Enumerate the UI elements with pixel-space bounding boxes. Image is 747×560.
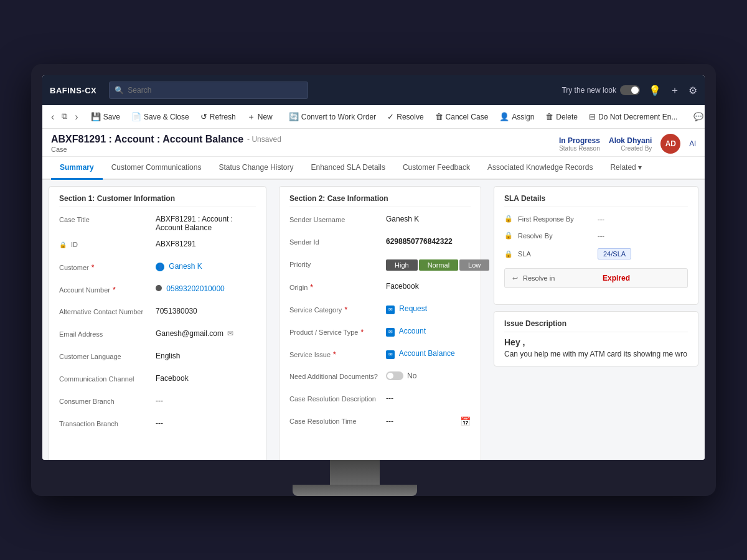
account-number-value[interactable]: 05893202010000 <box>156 284 256 293</box>
tab-enhanced-sla[interactable]: Enhanced SLA Details <box>302 157 393 180</box>
product-service-value[interactable]: ✉ Account <box>386 327 471 337</box>
new-button[interactable]: ＋ New <box>242 109 278 125</box>
service-category-label: Service Category * <box>289 304 386 314</box>
tab-customer-communications[interactable]: Customer Communications <box>103 157 210 180</box>
origin-row: Origin * Facebook <box>289 282 471 297</box>
settings-icon[interactable]: ⚙ <box>688 85 697 96</box>
priority-normal-button[interactable]: Normal <box>419 259 458 271</box>
language-label: Customer Language <box>59 352 156 360</box>
tab-related[interactable]: Related ▾ <box>601 157 651 180</box>
service-issue-value[interactable]: ✉ Account Balance <box>386 349 471 359</box>
tab-customer-feedback[interactable]: Customer Feedback <box>394 157 479 180</box>
account-icon: ✉ <box>386 328 395 337</box>
search-bar[interactable]: 🔍 <box>109 82 308 99</box>
search-icon: 🔍 <box>115 86 124 95</box>
comm-channel-row: Communication Channel Facebook <box>59 374 256 389</box>
sender-username-row: Sender Username Ganesh K <box>289 215 471 230</box>
transaction-branch-row: Transaction Branch --- <box>59 419 256 434</box>
account-number-label: Account Number * <box>59 284 156 294</box>
email-action-icon[interactable]: ✉ <box>227 329 233 338</box>
service-category-value[interactable]: ✉ Request <box>386 304 471 314</box>
calendar-icon[interactable]: 📅 <box>460 416 471 426</box>
case-resolution-desc-value: --- <box>386 394 471 403</box>
priority-low-button[interactable]: Low <box>459 259 489 271</box>
lightbulb-icon[interactable]: 💡 <box>649 85 661 96</box>
service-issue-row: Service Issue * ✉ Account Balance <box>289 349 471 364</box>
stand-base <box>293 485 417 496</box>
priority-value: High Normal Low <box>386 259 489 271</box>
add-icon[interactable]: ＋ <box>670 84 680 97</box>
cancel-case-button[interactable]: 🗑 Cancel Case <box>430 110 494 124</box>
assign-button[interactable]: 👤 Assign <box>494 110 539 124</box>
lock-sla-icon-2: 🔒 <box>504 231 513 240</box>
sender-id-row: Sender Id 6298850776842322 <box>289 237 471 252</box>
sla-issue-panel: SLA Details 🔒 First Response By --- 🔒 Re… <box>487 180 705 460</box>
lock-sla-icon-1: 🔒 <box>504 215 513 223</box>
priority-row: Priority High Normal Low <box>289 259 471 274</box>
transaction-branch-value: --- <box>156 419 256 427</box>
comm-channel-label: Communication Channel <box>59 374 156 383</box>
try-new-toggle[interactable] <box>620 85 640 95</box>
status-block: In Progress Status Reason <box>559 136 600 152</box>
copy-icon[interactable]: ⧉ <box>59 110 70 124</box>
language-value: English <box>156 352 256 360</box>
sla-row: 🔒 SLA 24/SLA <box>504 248 688 259</box>
breadcrumb-title: ABXF81291 : Account : Account Balance - … <box>51 134 281 145</box>
comm-channel-value: Facebook <box>156 374 256 383</box>
try-new-label: Try the new look <box>561 85 640 95</box>
sla-title: SLA Details <box>504 194 688 207</box>
alt-contact-label: Alternative Contact Number <box>59 307 156 315</box>
collaborate-icon: 💬 <box>693 112 703 121</box>
case-title-row: Case Title ABXF81291 : Account : Account… <box>59 215 256 232</box>
case-title-value: ABXF81291 : Account : Account Balance <box>156 215 256 232</box>
tab-summary[interactable]: Summary <box>51 157 103 180</box>
origin-value: Facebook <box>386 282 471 291</box>
language-row: Customer Language English <box>59 352 256 366</box>
customer-value[interactable]: 👤 Ganesh K <box>156 262 256 271</box>
additional-docs-row: Need Additional Documents? No <box>289 371 471 386</box>
top-nav: BAFINS-CX 🔍 Try the new look 💡 ＋ ⚙ <box>42 75 705 105</box>
issue-body: Can you help me with my ATM card its sho… <box>504 350 688 358</box>
issue-greeting: Hey , <box>504 337 688 347</box>
delete-button[interactable]: 🗑 Delete <box>540 110 583 124</box>
resolve-button[interactable]: ✓ Resolve <box>382 110 428 124</box>
resolve-in-icon: ↩ <box>512 274 518 282</box>
new-icon: ＋ <box>247 111 255 123</box>
forward-button[interactable]: › <box>72 110 80 124</box>
save-button[interactable]: 💾 Save <box>86 110 125 124</box>
consumer-branch-value: --- <box>156 396 256 405</box>
section-2-panel: Section 2: Case Information Sender Usern… <box>273 180 487 460</box>
section-1-title: Section 1: Customer Information <box>59 194 256 207</box>
collaborate-button[interactable]: 💬 Collaborate <box>688 110 705 124</box>
tab-status-change-history[interactable]: Status Change History <box>210 157 302 180</box>
person-icon: 👤 <box>156 263 164 271</box>
user-overflow: Al <box>689 139 696 148</box>
convert-button[interactable]: 🔄 Convert to Work Order <box>284 110 381 124</box>
dot-icon <box>156 285 162 291</box>
product-service-label: Product / Service Type * <box>289 327 386 337</box>
id-label: 🔒 ID <box>59 240 156 248</box>
search-input[interactable] <box>128 86 303 95</box>
issue-text: Hey , Can you help me with my ATM card i… <box>504 337 688 358</box>
id-value: ABXF81291 <box>156 240 256 248</box>
resolve-by-row: 🔒 Resolve By --- <box>504 231 688 240</box>
transaction-branch-label: Transaction Branch <box>59 419 156 427</box>
customer-row: Customer * 👤 Ganesh K <box>59 262 256 277</box>
refresh-button[interactable]: ↺ Refresh <box>195 110 241 124</box>
additional-docs-label: Need Additional Documents? <box>289 371 386 380</box>
consumer-branch-label: Consumer Branch <box>59 396 156 405</box>
breadcrumb-bar: ABXF81291 : Account : Account Balance - … <box>42 129 705 157</box>
stand-neck <box>330 460 380 485</box>
tab-associated-knowledge[interactable]: Associated Knowledge Records <box>479 157 601 180</box>
save-close-button[interactable]: 📄 Save & Close <box>126 110 194 124</box>
back-button[interactable]: ‹ <box>49 110 57 124</box>
decrement-button[interactable]: ⊟ Do Not Decrement En... <box>584 110 682 124</box>
sender-id-value: 6298850776842322 <box>386 237 471 246</box>
sla-panel: SLA Details 🔒 First Response By --- 🔒 Re… <box>494 186 698 305</box>
request-icon: ✉ <box>386 306 395 314</box>
priority-high-button[interactable]: High <box>386 259 418 271</box>
lock-sla-icon-3: 🔒 <box>504 250 513 258</box>
save-close-icon: 📄 <box>131 112 141 121</box>
section-2-title: Section 2: Case Information <box>289 194 471 207</box>
additional-docs-toggle[interactable] <box>386 371 403 380</box>
